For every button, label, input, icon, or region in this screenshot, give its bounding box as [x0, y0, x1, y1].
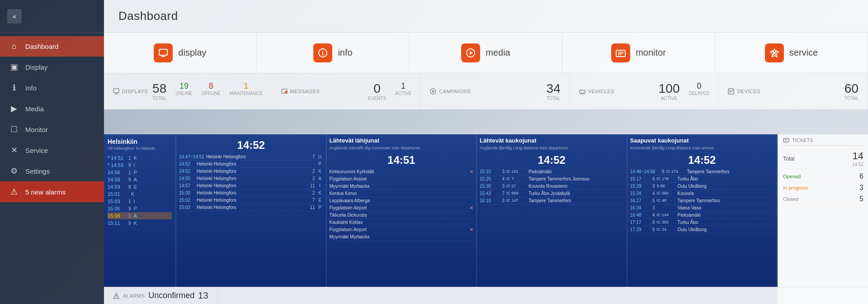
ticket-row-opened: Opened 6 — [783, 171, 863, 182]
sidebar-item-display[interactable]: ▣ Display — [0, 57, 104, 77]
panel1-time: 14:52 — [179, 139, 323, 152]
svg-rect-22 — [580, 90, 585, 93]
svg-point-24 — [583, 93, 584, 94]
nav-card-icon-info — [313, 43, 332, 62]
sidebar-item-alarms[interactable]: ⚠ 5 new alarms — [0, 181, 104, 202]
bottom-alarms-bar: ALARMS Unconfirmed 13 — [104, 287, 868, 304]
dep-row-1: * 14:511K — [108, 154, 172, 162]
nav-card-service[interactable]: service — [715, 33, 868, 73]
monitor-icon: ☐ — [9, 124, 19, 134]
tickets-header-label: TICKETS — [792, 138, 813, 143]
ldep-row-2: 15:25 4 IC 7 Tampere Tammerfors Joensuu — [480, 176, 624, 183]
vehicles-active-value: 100 — [659, 81, 680, 96]
dep-row-5: 14:598E — [108, 183, 172, 190]
nav-card-label-service: service — [789, 48, 818, 58]
sidebar-label-service: Service — [25, 147, 48, 154]
devices-stats: 60 Total — [844, 81, 859, 101]
larr-row-1: 14:48~14:568IC 174Tampere Tammerfors — [630, 168, 774, 176]
main-content: Dashboard display info media monitor — [104, 0, 868, 304]
vehicles-section-label: VEHICLES — [579, 88, 614, 95]
commuter-row-6: Flygplatsen Airport✕ — [330, 204, 474, 212]
departure-board-title: Helsinkiin — [108, 138, 172, 145]
panel1-row-7: 15:02Helsinki Helsingfors7E — [179, 197, 323, 204]
alarms-unconfirmed-label: Unconfirmed — [148, 291, 194, 300]
sidebar-header: « — [0, 0, 104, 33]
messages-active-value: 1 — [401, 81, 406, 91]
stat-group-campaigns: CAMPAIGNS 34 Total — [421, 73, 570, 109]
nav-card-media[interactable]: media — [410, 33, 562, 73]
sidebar-item-service[interactable]: ✕ Service — [0, 140, 104, 161]
displays-online-value: 19 — [179, 81, 189, 91]
campaigns-stats: 34 Total — [546, 81, 560, 101]
nav-card-label-media: media — [486, 48, 510, 58]
ldep-row-4: 15:43 7 IC 959 Turku Åbo Jyväskylä — [480, 190, 624, 197]
messages-active: 1 active — [395, 81, 411, 101]
tickets-header: TICKETS — [783, 137, 863, 146]
dep-row-7: 15:031I — [108, 198, 172, 205]
larr-row-8: 17:178IC 382Turku Åbo — [630, 219, 774, 226]
train-board-area: Helsinkiin Till Helsingfors To Helsinki … — [104, 109, 868, 304]
vehicles-active: 100 Active — [659, 81, 680, 101]
ticket-val-closed: 5 — [859, 195, 863, 203]
messages-section-label: ℹ MESSAGES — [281, 88, 320, 95]
sidebar-collapse-button[interactable]: « — [7, 9, 22, 24]
departure-board-subtitle: Till Helsingfors To Helsinki — [108, 146, 172, 151]
messages-events: 0 Events — [368, 81, 386, 101]
svg-marker-21 — [432, 90, 435, 93]
tickets-total-row: Total 14 14:52 — [783, 148, 863, 169]
displays-offline-label: Offline — [202, 91, 221, 96]
ticket-val-opened: 6 — [859, 172, 863, 180]
sidebar: « ⌂ Dashboard ▣ Display ℹ Info ▶ Media ☐… — [0, 0, 104, 304]
larr-row-4: 15:344IC 960Kouvola — [630, 190, 774, 197]
larr-row-6: 16:343Vaasa Vasa — [630, 204, 774, 212]
campaigns-section-label: CAMPAIGNS — [430, 88, 471, 95]
service-icon: ✕ — [9, 145, 19, 155]
panel1-row-8: 15:02Helsinki Helsingfors11P — [179, 204, 323, 211]
commuter-row-10: Myyrmäki Myrbacka — [330, 233, 474, 241]
nav-card-display[interactable]: display — [104, 33, 257, 73]
panel1-row-3: 14:52Helsinki Helsingfors2K — [179, 168, 323, 175]
commuter-row-8: Kauklahti Köklax — [330, 219, 474, 226]
sidebar-item-media[interactable]: ▶ Media — [0, 98, 104, 119]
displays-label: DISPLAYS — [122, 89, 148, 94]
tickets-time: 14:52 — [852, 162, 863, 167]
departure-board: Helsinkiin Till Helsingfors To Helsinki … — [104, 134, 176, 304]
panel1-row-2: 14:52Helsinki HelsingforsP — [179, 161, 323, 168]
svg-rect-0 — [159, 49, 167, 55]
sidebar-item-settings[interactable]: ⚙ Settings — [0, 161, 104, 181]
campaigns-label: CAMPAIGNS — [439, 89, 471, 94]
nav-card-info[interactable]: info — [257, 33, 410, 73]
larr-row-2: 15:175IC 178Turku Åbo — [630, 176, 774, 183]
panel-commuter: Lähtevät lähijunat Avgående närtrafik tå… — [327, 134, 477, 304]
larr-row-9: 17:295IC 24Oulu Uleåborg — [630, 226, 774, 233]
media-icon: ▶ — [9, 104, 19, 114]
ldep-row-3: 15:30 3 IC 27 Kouvola Rovaniemi — [480, 183, 624, 190]
display-icon: ▣ — [9, 62, 19, 72]
stat-group-devices: DEVICES 60 Total — [719, 73, 868, 109]
vehicles-stats: 100 Active 0 Delayed — [659, 81, 710, 101]
displays-total: 58 Total — [152, 81, 166, 101]
larr-row-3: 15:293S 66Oulu Uleåborg — [630, 183, 774, 190]
sidebar-item-info[interactable]: ℹ Info — [0, 77, 104, 98]
sidebar-alarm-label: 5 new alarms — [25, 188, 66, 196]
sidebar-item-monitor[interactable]: ☐ Monitor — [0, 119, 104, 140]
svg-text:ℹ: ℹ — [285, 91, 287, 94]
messages-events-label: Events — [368, 96, 386, 101]
alarms-section: ALARMS Unconfirmed 13 — [104, 287, 218, 304]
messages-stats: 0 Events 1 active — [368, 81, 411, 101]
dep-row-2: * 14:539I — [108, 162, 172, 169]
settings-icon: ⚙ — [9, 166, 19, 176]
commuter-subtitle: Avgående närtrafik tåg Commuter train de… — [330, 146, 474, 151]
svg-point-34 — [116, 297, 117, 298]
nav-card-monitor[interactable]: monitor — [562, 33, 715, 73]
ldep-row-5: 16:10 3 IC 147 Tampere Tammerfors — [480, 197, 624, 204]
messages-active-label: active — [395, 91, 411, 96]
top-header: Dashboard — [104, 0, 868, 33]
commuter-row-2: Flygplatsen Airport — [330, 176, 474, 183]
train-panels: Helsinkiin Till Helsingfors To Helsinki … — [104, 134, 868, 304]
displays-online: 19 Online — [175, 81, 192, 101]
nav-cards-row: display info media monitor service — [104, 33, 868, 73]
messages-label: MESSAGES — [290, 89, 320, 94]
svg-rect-29 — [783, 138, 789, 142]
sidebar-item-dashboard[interactable]: ⌂ Dashboard — [0, 36, 104, 57]
